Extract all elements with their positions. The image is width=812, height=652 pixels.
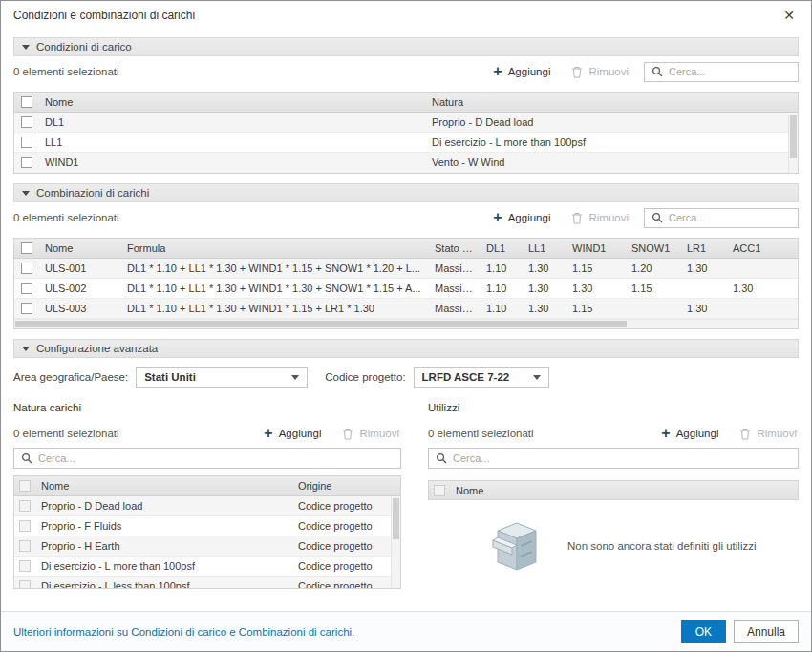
nature-row[interactable]: Di esercizio - L less than 100psf Codice… <box>14 577 400 588</box>
add-usage-button[interactable]: + Aggiungi <box>661 428 718 439</box>
dialog-titlebar: Condizioni e combinazioni di carichi ✕ <box>1 1 811 30</box>
ok-button[interactable]: OK <box>681 620 726 643</box>
cell-ll1: 1.30 <box>523 303 566 314</box>
search-icon <box>652 66 663 77</box>
usages-search-input[interactable] <box>453 452 791 464</box>
combinations-select-all-checkbox[interactable] <box>21 242 32 254</box>
column-header-lr1[interactable]: LR1 <box>681 242 727 254</box>
cell-nome: Di esercizio - L more than 100psf <box>35 560 292 572</box>
section-header-combinations[interactable]: Combinazioni di carichi <box>13 183 799 202</box>
condition-row[interactable]: LL1 Di esercizio - L more than 100psf <box>14 133 798 153</box>
nature-row[interactable]: Proprio - F Fluids Codice progetto <box>14 516 400 536</box>
vertical-scrollbar[interactable] <box>391 497 400 588</box>
section-title-combinations: Combinazioni di carichi <box>36 187 149 199</box>
section-header-conditions[interactable]: Condizioni di carico <box>13 37 799 56</box>
scrollbar-thumb[interactable] <box>393 498 399 539</box>
natures-table-body: Proprio - D Dead load Codice progetto Pr… <box>14 496 400 588</box>
advanced-panels: Natura carichi 0 elementi selezionati + … <box>13 396 799 592</box>
column-header-origine[interactable]: Origine <box>292 480 400 492</box>
combination-row[interactable]: ULS-003 DL1 * 1.10 + LL1 * 1.30 + WIND1 … <box>14 299 798 319</box>
conditions-search-input[interactable] <box>669 66 791 77</box>
natures-search-input[interactable] <box>38 452 394 464</box>
row-checkbox[interactable] <box>21 303 32 314</box>
column-header-natura[interactable]: Natura <box>426 96 798 108</box>
natures-select-all-checkbox <box>19 480 31 492</box>
cell-natura: Vento - W Wind <box>426 157 798 168</box>
nature-row[interactable]: Di esercizio - L more than 100psf Codice… <box>14 557 400 577</box>
condition-row[interactable]: DL1 Proprio - D Dead load <box>14 113 798 133</box>
remove-usage-label: Rimuovi <box>757 428 797 439</box>
add-nature-button[interactable]: + Aggiungi <box>264 428 321 439</box>
add-condition-button[interactable]: + Aggiungi <box>493 66 550 77</box>
learn-more-link[interactable]: Ulteriori informazioni su Condizioni di … <box>13 626 354 638</box>
section-title-advanced: Configurazione avanzata <box>36 343 158 354</box>
condition-row[interactable]: WIND1 Vento - W Wind <box>14 153 798 173</box>
column-header-nome[interactable]: Nome <box>39 242 121 254</box>
combination-row[interactable]: ULS-002 DL1 * 1.10 + LL1 * 1.30 + WIND1 … <box>14 279 798 299</box>
column-header-nome[interactable]: Nome <box>450 485 798 496</box>
conditions-selection-count: 0 elementi selezionati <box>13 66 119 77</box>
cell-nome: Proprio - F Fluids <box>35 520 292 532</box>
row-checkbox[interactable] <box>21 263 32 274</box>
cell-origine: Codice progetto <box>292 580 400 588</box>
scrollbar-thumb[interactable] <box>790 115 797 158</box>
natures-toolbar: 0 elementi selezionati + Aggiungi Rimuov… <box>13 419 401 448</box>
row-checkbox[interactable] <box>21 283 32 294</box>
vertical-scrollbar[interactable] <box>788 114 798 173</box>
column-header-formula[interactable]: Formula <box>121 242 429 254</box>
empty-cabinet-icon <box>491 518 543 574</box>
column-header-dl1[interactable]: DL1 <box>481 242 523 254</box>
column-header-nome[interactable]: Nome <box>39 96 426 108</box>
cancel-button[interactable]: Annulla <box>734 620 799 643</box>
remove-condition-label: Rimuovi <box>588 66 629 77</box>
row-checkbox[interactable] <box>21 157 32 168</box>
usages-empty-state: Non sono ancora stati definiti gli utili… <box>428 500 799 592</box>
remove-usage-button[interactable]: Rimuovi <box>739 428 797 440</box>
natures-table: Nome Origine Proprio - D Dead load Codic… <box>13 475 401 589</box>
nature-row[interactable]: Proprio - D Dead load Codice progetto <box>14 496 400 516</box>
horizontal-scrollbar[interactable] <box>14 319 798 328</box>
plus-icon: + <box>264 428 272 439</box>
cell-nome: ULS-003 <box>39 303 121 314</box>
column-header-stato-limite[interactable]: Stato Lim... <box>429 242 481 254</box>
conditions-select-all-checkbox[interactable] <box>21 96 32 108</box>
cell-nome: Di esercizio - L less than 100psf <box>35 580 292 588</box>
nature-row[interactable]: Proprio - H Earth Codice progetto <box>14 536 400 557</box>
collapse-icon <box>22 191 30 196</box>
column-header-acc1[interactable]: ACC1 <box>727 242 798 254</box>
design-code-select[interactable]: LRFD ASCE 7-22 <box>414 367 549 388</box>
section-header-advanced[interactable]: Configurazione avanzata <box>13 339 799 358</box>
remove-nature-button[interactable]: Rimuovi <box>342 428 399 440</box>
design-code-label: Codice progetto: <box>325 371 405 383</box>
column-header-wind1[interactable]: WIND1 <box>566 242 626 254</box>
cell-origine: Codice progetto <box>292 520 400 532</box>
remove-condition-button[interactable]: Rimuovi <box>571 66 629 78</box>
cell-nome: ULS-001 <box>39 263 121 274</box>
plus-icon: + <box>661 428 670 439</box>
design-code-value: LRFD ASCE 7-22 <box>422 371 510 383</box>
cell-nome: DL1 <box>39 116 426 128</box>
close-icon[interactable]: ✕ <box>780 7 799 24</box>
column-header-ll1[interactable]: LL1 <box>523 242 566 254</box>
search-icon <box>21 452 32 464</box>
column-header-nome[interactable]: Nome <box>35 480 292 492</box>
row-checkbox[interactable] <box>21 116 32 128</box>
load-natures-panel: Natura carichi 0 elementi selezionati + … <box>13 396 401 592</box>
trash-icon <box>571 212 583 224</box>
cell-origine: Codice progetto <box>292 500 400 512</box>
cell-wind1: 1.30 <box>566 283 626 294</box>
cell-ll1: 1.30 <box>523 263 566 274</box>
combinations-search-input[interactable] <box>669 212 791 223</box>
column-header-snow1[interactable]: SNOW1 <box>626 242 681 254</box>
scrollbar-thumb[interactable] <box>15 321 627 327</box>
add-combination-button[interactable]: + Aggiungi <box>493 212 550 223</box>
remove-combination-button[interactable]: Rimuovi <box>571 212 629 224</box>
section-title-conditions: Condizioni di carico <box>36 41 132 53</box>
row-checkbox <box>19 500 31 512</box>
region-select[interactable]: Stati Uniti <box>136 367 308 388</box>
conditions-table: Nome Natura DL1 Proprio - D Dead load LL… <box>13 92 799 174</box>
add-nature-label: Aggiungi <box>279 428 322 439</box>
row-checkbox <box>19 520 31 532</box>
combination-row[interactable]: ULS-001 DL1 * 1.10 + LL1 * 1.30 + WIND1 … <box>14 259 798 279</box>
row-checkbox[interactable] <box>21 137 32 148</box>
